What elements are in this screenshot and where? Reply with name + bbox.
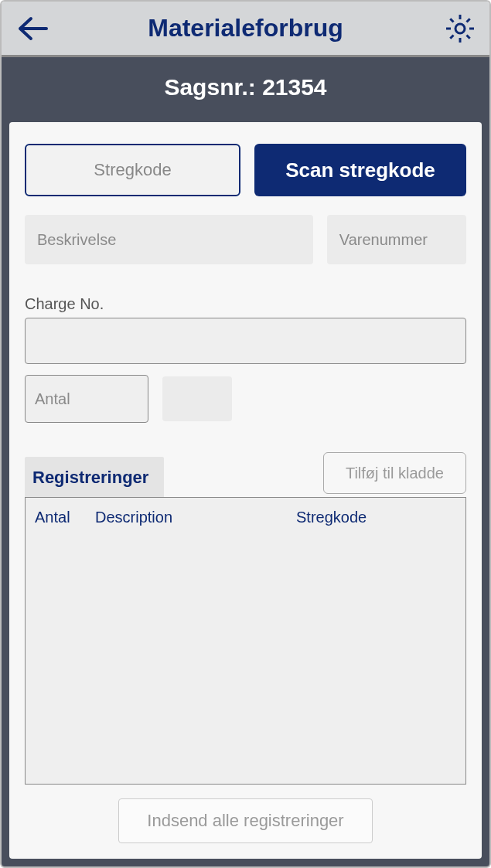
column-barcode: Stregkode (296, 509, 456, 526)
grid-header: Antal Description Stregkode (35, 509, 456, 526)
registrations-tab[interactable]: Registreringer (25, 457, 164, 497)
case-number: Sagsnr.: 21354 (9, 57, 482, 122)
unit-display (162, 376, 232, 421)
column-description: Description (95, 509, 296, 526)
add-to-draft-button[interactable]: Tilføj til kladde (323, 452, 466, 494)
page-title: Materialeforbrug (2, 14, 489, 43)
submit-all-button[interactable]: Indsend alle registreringer (118, 798, 372, 843)
charge-label: Charge No. (25, 295, 466, 313)
svg-point-0 (455, 24, 465, 33)
back-button[interactable] (15, 15, 49, 42)
scan-barcode-button[interactable]: Scan stregkode (254, 144, 466, 196)
charge-number-input[interactable] (25, 318, 466, 364)
description-field: Beskrivelse (25, 215, 313, 264)
main-frame: Sagsnr.: 21354 Scan stregkode Beskrivels… (2, 57, 489, 866)
item-number-field: Varenummer (327, 215, 466, 264)
column-quantity: Antal (35, 509, 95, 526)
settings-button[interactable] (445, 13, 476, 44)
app-header: Materialeforbrug (2, 2, 489, 57)
quantity-input[interactable] (25, 375, 148, 423)
barcode-input[interactable] (25, 144, 240, 196)
content-panel: Scan stregkode Beskrivelse Varenummer Ch… (9, 122, 482, 859)
registrations-grid: Antal Description Stregkode (25, 497, 466, 785)
